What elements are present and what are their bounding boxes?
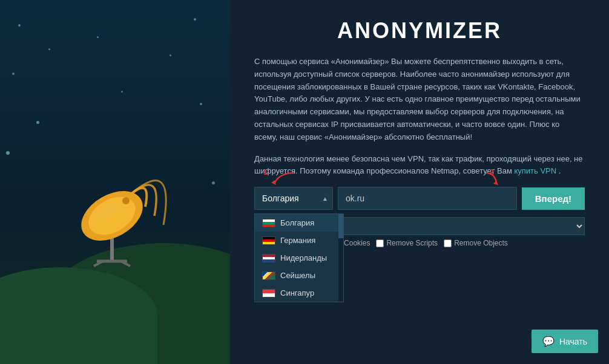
arrow-label-1: 1 [263, 167, 268, 177]
flag-singapore [262, 289, 275, 297]
flag-netherlands [262, 254, 275, 262]
remove-objects-option[interactable]: Remove Objects [444, 239, 508, 247]
dropdown-item-seychelles[interactable]: Сейшелы [255, 267, 343, 284]
arrow-1 [271, 172, 295, 185]
satellite-illustration [18, 122, 212, 291]
dropdown-item-singapore[interactable]: Сингапур [255, 284, 343, 302]
star [48, 48, 50, 50]
svg-point-7 [122, 197, 130, 204]
country-label-germany: Германия [280, 236, 315, 245]
description-2-end: . [559, 166, 561, 175]
star [194, 18, 196, 21]
controls-row: Болгария Германия Нидерланды Сейшелы Син… [254, 187, 585, 210]
page-title: ANONYMIZER [254, 18, 585, 44]
dropdown-scrollbar [338, 214, 343, 302]
star [6, 151, 10, 155]
star [200, 103, 202, 105]
go-button[interactable]: Вперед! [522, 187, 585, 210]
controls-area: 1 2 Болгария Германия Нидерланды Сейшелы… [254, 187, 585, 247]
country-label-netherlands: Нидерланды [280, 253, 327, 262]
svg-marker-10 [493, 180, 498, 185]
star [170, 54, 171, 56]
left-panel [0, 0, 230, 364]
dropdown-scrollbar-thumb [338, 214, 343, 238]
remove-objects-label: Remove Objects [454, 239, 508, 247]
country-dropdown: Болгария Германия Нидерланды Сейшелы [254, 213, 344, 302]
star [18, 24, 21, 27]
description-1: С помощью сервиса «Анонимайзер» Вы может… [254, 56, 585, 144]
arrow-2 [483, 172, 501, 185]
country-label-bulgaria: Болгария [280, 218, 314, 227]
country-select-wrapper: Болгария Германия Нидерланды Сейшелы Син… [254, 187, 333, 210]
dropdown-item-germany[interactable]: Германия [255, 232, 343, 249]
url-input[interactable] [338, 187, 517, 210]
flag-bulgaria [262, 219, 275, 227]
chat-button-label: Начать [559, 337, 587, 346]
star [121, 91, 123, 93]
description-2: Данная технология менее безопасна чем VP… [254, 153, 585, 178]
country-label-seychelles: Сейшелы [280, 271, 315, 280]
chat-icon: 💬 [542, 336, 555, 347]
dropdown-item-bulgaria[interactable]: Болгария [255, 214, 343, 232]
vpn-link[interactable]: купить VPN [514, 166, 556, 175]
country-label-singapore: Сингапур [280, 288, 314, 297]
star [12, 73, 15, 75]
star [212, 181, 215, 184]
dropdown-item-netherlands[interactable]: Нидерланды [255, 249, 343, 267]
remove-scripts-checkbox[interactable] [376, 239, 384, 247]
chat-button[interactable]: 💬 Начать [532, 330, 598, 353]
right-panel: ANONYMIZER С помощью сервиса «Анонимайзе… [230, 0, 609, 364]
flag-germany [262, 236, 275, 245]
flag-seychelles [262, 271, 275, 280]
remove-objects-checkbox[interactable] [444, 239, 452, 247]
star [97, 36, 99, 38]
remove-scripts-label: Remove Scripts [386, 239, 438, 247]
remove-scripts-option[interactable]: Remove Scripts [376, 239, 438, 247]
country-select[interactable]: Болгария Германия Нидерланды Сейшелы Син… [254, 187, 333, 210]
